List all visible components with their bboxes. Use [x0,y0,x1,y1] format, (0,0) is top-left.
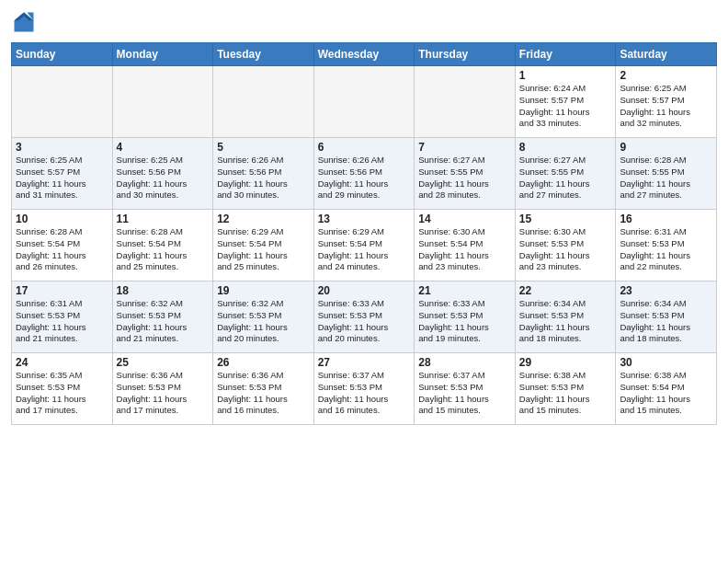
page: SundayMondayTuesdayWednesdayThursdayFrid… [0,0,728,436]
day-info: Sunrise: 6:30 AM Sunset: 5:54 PM Dayligh… [418,226,489,271]
calendar-cell: 4Sunrise: 6:25 AM Sunset: 5:56 PM Daylig… [112,138,213,210]
day-number: 20 [318,284,411,297]
day-number: 7 [418,141,511,154]
day-number: 19 [217,284,310,297]
day-info: Sunrise: 6:27 AM Sunset: 5:55 PM Dayligh… [519,155,590,200]
day-number: 1 [519,69,612,82]
day-info: Sunrise: 6:29 AM Sunset: 5:54 PM Dayligh… [217,226,288,271]
day-number: 18 [117,284,210,297]
calendar-cell: 28Sunrise: 6:37 AM Sunset: 5:53 PM Dayli… [415,353,516,425]
day-info: Sunrise: 6:28 AM Sunset: 5:54 PM Dayligh… [117,226,188,271]
day-number: 8 [519,141,612,154]
logo [11,9,40,35]
day-info: Sunrise: 6:36 AM Sunset: 5:53 PM Dayligh… [117,370,188,415]
day-info: Sunrise: 6:35 AM Sunset: 5:53 PM Dayligh… [16,370,86,415]
day-info: Sunrise: 6:33 AM Sunset: 5:53 PM Dayligh… [318,298,389,343]
calendar-cell: 30Sunrise: 6:38 AM Sunset: 5:54 PM Dayli… [616,353,717,425]
calendar-cell: 14Sunrise: 6:30 AM Sunset: 5:54 PM Dayli… [415,210,516,282]
calendar-cell: 17Sunrise: 6:31 AM Sunset: 5:53 PM Dayli… [12,282,113,353]
calendar-cell: 26Sunrise: 6:36 AM Sunset: 5:53 PM Dayli… [213,353,314,425]
logo-icon [11,9,37,35]
calendar-cell [112,66,213,138]
week-row-3: 10Sunrise: 6:28 AM Sunset: 5:54 PM Dayli… [12,210,717,282]
day-number: 17 [16,284,108,297]
calendar-cell: 13Sunrise: 6:29 AM Sunset: 5:54 PM Dayli… [313,210,415,282]
calendar-cell: 22Sunrise: 6:34 AM Sunset: 5:53 PM Dayli… [515,282,616,353]
day-number: 9 [620,141,712,154]
calendar-cell: 15Sunrise: 6:30 AM Sunset: 5:53 PM Dayli… [515,210,616,282]
day-number: 25 [117,356,210,369]
day-number: 10 [16,213,108,225]
day-info: Sunrise: 6:34 AM Sunset: 5:53 PM Dayligh… [620,298,690,343]
day-info: Sunrise: 6:28 AM Sunset: 5:54 PM Dayligh… [16,226,86,271]
day-number: 2 [620,69,712,82]
calendar-cell: 16Sunrise: 6:31 AM Sunset: 5:53 PM Dayli… [616,210,717,282]
calendar-cell: 29Sunrise: 6:38 AM Sunset: 5:53 PM Dayli… [515,353,616,425]
day-number: 14 [418,213,511,225]
calendar-cell: 6Sunrise: 6:26 AM Sunset: 5:56 PM Daylig… [313,138,415,210]
day-number: 26 [217,356,310,369]
day-info: Sunrise: 6:33 AM Sunset: 5:53 PM Dayligh… [418,298,489,343]
calendar-cell: 18Sunrise: 6:32 AM Sunset: 5:53 PM Dayli… [112,282,213,353]
day-number: 4 [117,141,210,154]
week-row-1: 1Sunrise: 6:24 AM Sunset: 5:57 PM Daylig… [12,66,717,138]
calendar-cell: 9Sunrise: 6:28 AM Sunset: 5:55 PM Daylig… [616,138,717,210]
week-row-5: 24Sunrise: 6:35 AM Sunset: 5:53 PM Dayli… [12,353,717,425]
weekday-header-tuesday: Tuesday [213,43,314,66]
day-info: Sunrise: 6:36 AM Sunset: 5:53 PM Dayligh… [217,370,288,415]
calendar-cell: 11Sunrise: 6:28 AM Sunset: 5:54 PM Dayli… [112,210,213,282]
day-info: Sunrise: 6:38 AM Sunset: 5:54 PM Dayligh… [620,370,690,415]
day-number: 5 [217,141,310,154]
day-info: Sunrise: 6:37 AM Sunset: 5:53 PM Dayligh… [418,370,489,415]
week-row-4: 17Sunrise: 6:31 AM Sunset: 5:53 PM Dayli… [12,282,717,353]
calendar-cell: 1Sunrise: 6:24 AM Sunset: 5:57 PM Daylig… [515,66,616,138]
day-number: 3 [16,141,108,154]
weekday-header-saturday: Saturday [616,43,717,66]
week-row-2: 3Sunrise: 6:25 AM Sunset: 5:57 PM Daylig… [12,138,717,210]
calendar-cell [313,66,415,138]
calendar-cell: 21Sunrise: 6:33 AM Sunset: 5:53 PM Dayli… [415,282,516,353]
calendar-cell [12,66,113,138]
day-info: Sunrise: 6:31 AM Sunset: 5:53 PM Dayligh… [620,226,690,271]
header [11,9,717,35]
weekday-header-friday: Friday [515,43,616,66]
calendar-cell [415,66,516,138]
calendar-cell: 20Sunrise: 6:33 AM Sunset: 5:53 PM Dayli… [313,282,415,353]
calendar-cell: 19Sunrise: 6:32 AM Sunset: 5:53 PM Dayli… [213,282,314,353]
weekday-header-wednesday: Wednesday [313,43,415,66]
day-info: Sunrise: 6:26 AM Sunset: 5:56 PM Dayligh… [318,155,389,200]
weekday-header-sunday: Sunday [12,43,113,66]
day-number: 24 [16,356,108,369]
calendar-cell: 5Sunrise: 6:26 AM Sunset: 5:56 PM Daylig… [213,138,314,210]
day-info: Sunrise: 6:34 AM Sunset: 5:53 PM Dayligh… [519,298,590,343]
day-number: 27 [318,356,411,369]
day-info: Sunrise: 6:29 AM Sunset: 5:54 PM Dayligh… [318,226,389,271]
weekday-header-thursday: Thursday [415,43,516,66]
day-number: 15 [519,213,612,225]
day-number: 12 [217,213,310,225]
day-number: 13 [318,213,411,225]
day-info: Sunrise: 6:31 AM Sunset: 5:53 PM Dayligh… [16,298,86,343]
calendar-cell: 3Sunrise: 6:25 AM Sunset: 5:57 PM Daylig… [12,138,113,210]
day-number: 29 [519,356,612,369]
day-info: Sunrise: 6:25 AM Sunset: 5:57 PM Dayligh… [16,155,86,200]
day-info: Sunrise: 6:30 AM Sunset: 5:53 PM Dayligh… [519,226,590,271]
day-number: 28 [418,356,511,369]
day-info: Sunrise: 6:32 AM Sunset: 5:53 PM Dayligh… [117,298,188,343]
day-info: Sunrise: 6:25 AM Sunset: 5:57 PM Dayligh… [620,83,690,128]
day-info: Sunrise: 6:28 AM Sunset: 5:55 PM Dayligh… [620,155,690,200]
day-number: 16 [620,213,712,225]
calendar-cell: 25Sunrise: 6:36 AM Sunset: 5:53 PM Dayli… [112,353,213,425]
calendar-cell [213,66,314,138]
day-info: Sunrise: 6:38 AM Sunset: 5:53 PM Dayligh… [519,370,590,415]
calendar-cell: 8Sunrise: 6:27 AM Sunset: 5:55 PM Daylig… [515,138,616,210]
calendar-cell: 27Sunrise: 6:37 AM Sunset: 5:53 PM Dayli… [313,353,415,425]
day-number: 11 [117,213,210,225]
calendar: SundayMondayTuesdayWednesdayThursdayFrid… [11,42,717,425]
calendar-cell: 24Sunrise: 6:35 AM Sunset: 5:53 PM Dayli… [12,353,113,425]
day-info: Sunrise: 6:27 AM Sunset: 5:55 PM Dayligh… [418,155,489,200]
weekday-header-row: SundayMondayTuesdayWednesdayThursdayFrid… [12,43,717,66]
day-info: Sunrise: 6:25 AM Sunset: 5:56 PM Dayligh… [117,155,188,200]
calendar-cell: 12Sunrise: 6:29 AM Sunset: 5:54 PM Dayli… [213,210,314,282]
day-number: 6 [318,141,411,154]
